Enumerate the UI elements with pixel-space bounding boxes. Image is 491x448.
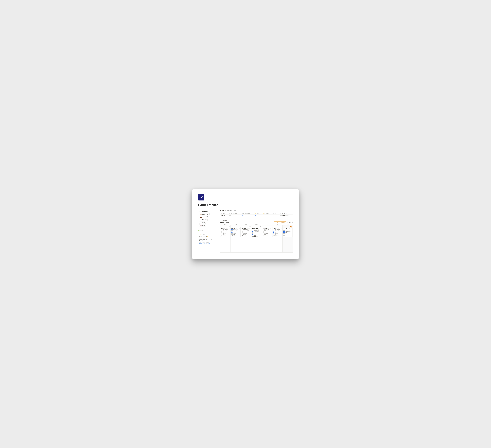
day-progress: [254, 236, 258, 237]
column-header[interactable]: ☑Read: [272, 212, 280, 214]
prev-button[interactable]: ‹: [287, 222, 288, 223]
day-checkbox[interactable]: [231, 232, 233, 233]
day-card[interactable]: Sunday12:26 AMPlan the day4 Hours WorkGy…: [220, 227, 230, 237]
column-header[interactable]: 🏋️Gym: [255, 212, 262, 214]
column-header[interactable]: 🧘Meditate: [262, 212, 272, 214]
sidebar: Daily Habits 📋Plan the day💼4 Hours Work🧘…: [198, 210, 218, 253]
tab-all[interactable]: ▦All: [234, 210, 236, 212]
checkbox-plan[interactable]: [229, 215, 230, 216]
day-checkbox[interactable]: [242, 230, 243, 231]
habit-chip[interactable]: 📋Plan the day: [199, 213, 210, 215]
day-checkbox[interactable]: [242, 234, 243, 235]
day-checkbox[interactable]: [252, 231, 253, 232]
habit-chip[interactable]: 🏋️Gym: [199, 222, 206, 224]
day-checkbox[interactable]: [231, 234, 233, 235]
day-checkbox[interactable]: [231, 233, 233, 234]
day-checkbox[interactable]: [231, 229, 233, 230]
stats-header[interactable]: 📊 Stats: [198, 229, 218, 232]
daily-habits-header[interactable]: Daily Habits: [199, 211, 217, 212]
daily-habits-block: Daily Habits 📋Plan the day💼4 Hours Work🧘…: [198, 210, 218, 228]
checkbox-meditate[interactable]: [263, 215, 264, 216]
habit-chip[interactable]: 🧘Meditate: [199, 219, 208, 221]
day-checkbox[interactable]: [221, 232, 222, 233]
svg-rect-0: [220, 220, 221, 221]
day-card[interactable]: Tuesday2:57 AMPlan the day4 Hours WorkGy…: [241, 227, 251, 237]
day-habit-row: Meditate: [263, 233, 271, 234]
habit-chip[interactable]: 📖Read: [199, 224, 206, 226]
day-habit-row: Plan the day: [283, 230, 292, 231]
today-button[interactable]: Today: [288, 222, 292, 223]
day-checkbox[interactable]: [221, 233, 222, 234]
day-checkbox[interactable]: [273, 229, 274, 230]
calendar-date[interactable]: 22: [272, 225, 283, 227]
day-checkbox[interactable]: [273, 230, 274, 231]
day-card[interactable]: Thursday12:39 AMPlan the day4 Hours Work…: [262, 227, 272, 237]
column-header[interactable]: AaName: [220, 212, 229, 214]
calendar-date[interactable]: 17: [220, 225, 230, 227]
calendar-month[interactable]: November 2024: [220, 222, 229, 223]
calendar-header[interactable]: Calendar: [220, 220, 293, 221]
column-header[interactable]: ☑Plan the day: [229, 212, 241, 214]
calendar-column: 18Monday12:46 AMPlan the day4 Hours Work…: [230, 225, 241, 253]
day-checkbox[interactable]: [231, 230, 233, 231]
calendar-grid: 17Sunday12:26 AMPlan the day4 Hours Work…: [220, 225, 293, 253]
day-checkbox[interactable]: [263, 232, 264, 233]
day-checkbox[interactable]: [273, 232, 274, 233]
insight-perfect-days[interactable]: Perfect Days This Month: 0: [199, 243, 217, 244]
day-checkbox[interactable]: [242, 233, 243, 234]
chevron-down-icon: [199, 211, 200, 212]
day-checkbox[interactable]: [283, 234, 284, 236]
checkbox-read[interactable]: [273, 215, 274, 216]
day-checkbox[interactable]: [252, 230, 253, 231]
next-button[interactable]: ›: [292, 222, 293, 223]
day-checkbox[interactable]: [221, 234, 222, 235]
day-name: Sunday: [221, 228, 225, 229]
day-checkbox[interactable]: [283, 233, 284, 234]
calendar-date[interactable]: 19: [241, 225, 251, 227]
day-checkbox[interactable]: [283, 230, 284, 231]
day-checkbox[interactable]: [221, 229, 222, 230]
day-checkbox[interactable]: [263, 230, 264, 231]
calendar-label: Calendar: [222, 220, 227, 221]
day-progress: [285, 236, 289, 236]
table-row[interactable]: Saturday 40%: [220, 214, 293, 217]
day-checkbox[interactable]: [263, 229, 264, 230]
day-checkbox[interactable]: [273, 233, 274, 234]
day-habit-row: 4 Hours Work: [221, 230, 229, 231]
day-checkbox[interactable]: [242, 232, 243, 233]
day-checkbox[interactable]: [283, 232, 284, 233]
day-card[interactable]: Friday2:04 AMPlan the day4 Hours WorkGym…: [272, 227, 282, 237]
open-in-calendar-button[interactable]: Open in Calendar: [274, 221, 286, 223]
day-card[interactable]: Wednesday1:17 AMPlan the day4 Hours Work…: [252, 227, 261, 238]
column-header[interactable]: ☑4 Hours Work: [241, 212, 255, 214]
day-checkbox[interactable]: [273, 234, 274, 235]
tab-this-week[interactable]: ▦This Week: [225, 210, 232, 212]
checkbox-gym[interactable]: [255, 215, 256, 216]
day-checkbox[interactable]: [242, 229, 243, 230]
day-checkbox[interactable]: [263, 234, 264, 235]
calendar-date[interactable]: 23: [283, 225, 293, 228]
checkbox-work[interactable]: [242, 215, 243, 216]
day-checkbox[interactable]: [252, 235, 253, 236]
day-rate: 0%: [221, 235, 229, 236]
column-icon: Aa: [221, 213, 222, 214]
day-habit-row: Plan the day: [252, 230, 261, 231]
day-habit-row: Read: [231, 234, 240, 235]
day-checkbox[interactable]: [263, 233, 264, 234]
habit-chip[interactable]: 💼4 Hours Work: [199, 216, 210, 218]
day-checkbox[interactable]: [283, 231, 284, 232]
day-rate: 0%: [263, 235, 271, 236]
day-card[interactable]: Monday12:46 AMPlan the day4 Hours WorkGy…: [231, 227, 241, 237]
calendar-date[interactable]: 18: [230, 225, 241, 227]
day-checkbox[interactable]: [252, 232, 253, 234]
day-card[interactable]: Saturday1:15 AMPlan the day4 Hours WorkG…: [283, 228, 293, 237]
calendar-date[interactable]: 21: [262, 225, 272, 227]
day-checkbox[interactable]: [252, 234, 253, 235]
tab-day[interactable]: ▦Day: [220, 210, 224, 212]
weekday-label: Wed: [251, 224, 262, 225]
day-rate: 40%: [273, 235, 282, 236]
day-time: 12:39 AM: [267, 228, 271, 229]
column-header[interactable]: ⁞⁞Daily Rate: [280, 212, 293, 214]
day-checkbox[interactable]: [221, 230, 222, 231]
calendar-date[interactable]: 20: [251, 225, 262, 227]
